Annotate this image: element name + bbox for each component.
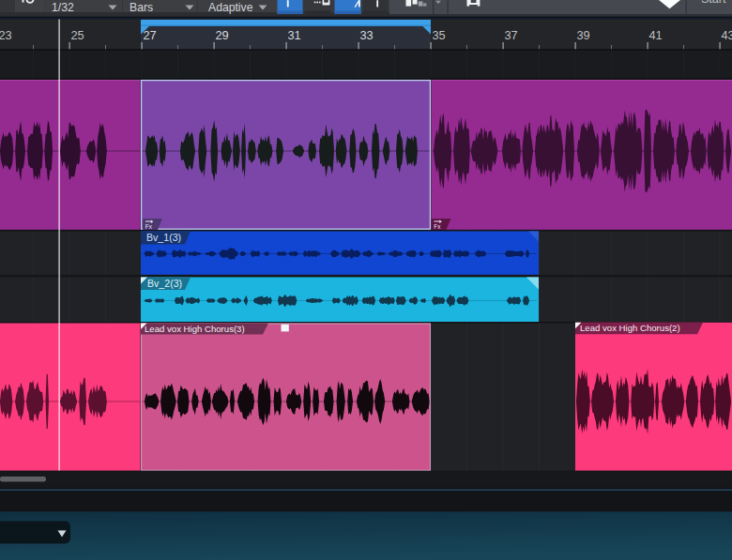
svg-text:Bars: Bars bbox=[130, 1, 153, 14]
svg-text:27: 27 bbox=[144, 28, 157, 42]
svg-text:29: 29 bbox=[216, 28, 229, 42]
svg-text:Bv_2(3): Bv_2(3) bbox=[147, 278, 182, 289]
svg-text:37: 37 bbox=[505, 28, 518, 42]
svg-text:31: 31 bbox=[288, 28, 301, 42]
svg-text:33: 33 bbox=[360, 28, 374, 42]
svg-text:1/32: 1/32 bbox=[52, 1, 74, 14]
svg-text:Start: Start bbox=[701, 0, 726, 6]
svg-text:35: 35 bbox=[433, 28, 446, 42]
svg-text:Adaptive: Adaptive bbox=[208, 1, 253, 14]
svg-text:39: 39 bbox=[577, 28, 590, 42]
svg-text:Lead vox High Chorus(3): Lead vox High Chorus(3) bbox=[145, 324, 245, 334]
svg-text:25: 25 bbox=[71, 28, 84, 42]
svg-text:41: 41 bbox=[649, 28, 663, 42]
svg-text:Lead vox High Chorus(2): Lead vox High Chorus(2) bbox=[580, 323, 680, 333]
svg-text:43: 43 bbox=[722, 28, 732, 42]
svg-text:Bv_1(3): Bv_1(3) bbox=[146, 232, 181, 243]
svg-text:23: 23 bbox=[0, 28, 12, 42]
svg-text:Fx: Fx bbox=[434, 223, 441, 230]
svg-text:Fx: Fx bbox=[145, 223, 153, 230]
